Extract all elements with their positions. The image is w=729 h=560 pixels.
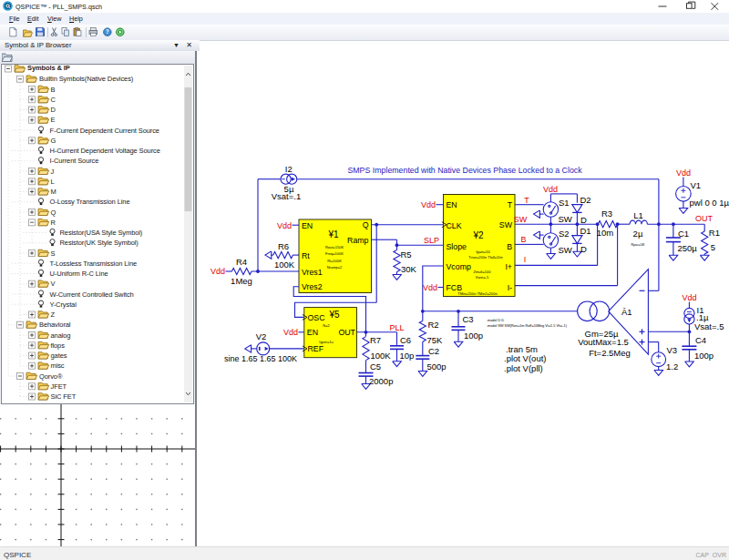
svg-text:?: ?: [106, 28, 109, 35]
